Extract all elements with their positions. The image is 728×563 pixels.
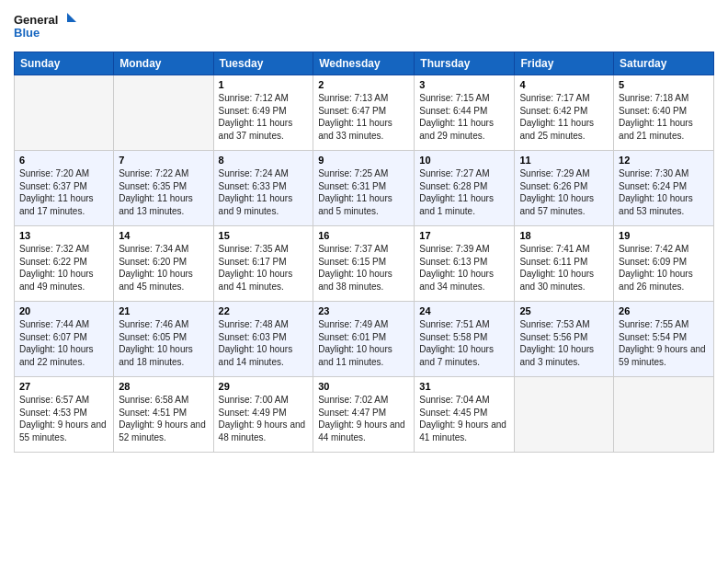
calendar-day-cell: 1Sunrise: 7:12 AMSunset: 6:49 PMDaylight… [213, 75, 313, 151]
calendar-day-cell: 10Sunrise: 7:27 AMSunset: 6:28 PMDayligh… [415, 151, 515, 226]
day-number: 24 [419, 305, 509, 316]
calendar-day-cell: 15Sunrise: 7:35 AMSunset: 6:17 PMDayligh… [213, 226, 313, 302]
logo-svg: General Blue [14, 9, 78, 44]
day-info: Sunrise: 7:02 AMSunset: 4:47 PMDaylight:… [318, 394, 409, 443]
day-number: 30 [318, 381, 409, 392]
day-number: 18 [519, 230, 609, 241]
calendar-day-cell [515, 377, 614, 453]
calendar-week-row: 1Sunrise: 7:12 AMSunset: 6:49 PMDaylight… [15, 75, 714, 151]
day-info: Sunrise: 7:49 AMSunset: 6:01 PMDaylight:… [318, 318, 409, 368]
calendar-day-cell: 11Sunrise: 7:29 AMSunset: 6:26 PMDayligh… [515, 151, 614, 226]
calendar-day-cell: 27Sunrise: 6:57 AMSunset: 4:53 PMDayligh… [15, 377, 114, 453]
day-info: Sunrise: 7:48 AMSunset: 6:03 PMDaylight:… [219, 318, 309, 368]
calendar-day-cell: 21Sunrise: 7:46 AMSunset: 6:05 PMDayligh… [114, 302, 213, 377]
day-info: Sunrise: 7:41 AMSunset: 6:11 PMDaylight:… [519, 243, 609, 293]
day-info: Sunrise: 7:04 AMSunset: 4:45 PMDaylight:… [419, 394, 509, 443]
calendar-day-cell: 19Sunrise: 7:42 AMSunset: 6:09 PMDayligh… [614, 226, 714, 302]
day-number: 21 [119, 305, 208, 316]
day-number: 12 [619, 155, 709, 166]
day-info: Sunrise: 7:13 AMSunset: 6:47 PMDaylight:… [318, 92, 409, 142]
calendar-week-row: 27Sunrise: 6:57 AMSunset: 4:53 PMDayligh… [15, 377, 714, 453]
day-number: 5 [619, 79, 709, 90]
day-number: 1 [219, 79, 309, 90]
day-info: Sunrise: 7:24 AMSunset: 6:33 PMDaylight:… [219, 167, 309, 217]
calendar-day-cell: 8Sunrise: 7:24 AMSunset: 6:33 PMDaylight… [213, 151, 313, 226]
day-number: 6 [19, 155, 108, 166]
calendar-day-cell: 23Sunrise: 7:49 AMSunset: 6:01 PMDayligh… [313, 302, 415, 377]
day-number: 31 [419, 381, 509, 392]
day-info: Sunrise: 6:58 AMSunset: 4:51 PMDaylight:… [119, 394, 208, 443]
calendar-day-cell: 4Sunrise: 7:17 AMSunset: 6:42 PMDaylight… [515, 75, 614, 151]
day-number: 14 [119, 230, 208, 241]
day-number: 11 [519, 155, 609, 166]
calendar-day-cell: 20Sunrise: 7:44 AMSunset: 6:07 PMDayligh… [15, 302, 114, 377]
calendar-day-cell: 22Sunrise: 7:48 AMSunset: 6:03 PMDayligh… [213, 302, 313, 377]
calendar-day-cell: 16Sunrise: 7:37 AMSunset: 6:15 PMDayligh… [313, 226, 415, 302]
day-info: Sunrise: 7:35 AMSunset: 6:17 PMDaylight:… [219, 243, 309, 293]
calendar-day-cell: 24Sunrise: 7:51 AMSunset: 5:58 PMDayligh… [415, 302, 515, 377]
day-number: 25 [519, 305, 609, 316]
day-info: Sunrise: 7:44 AMSunset: 6:07 PMDaylight:… [19, 318, 108, 368]
calendar-day-cell [15, 75, 114, 151]
day-number: 20 [19, 305, 108, 316]
calendar-day-cell: 17Sunrise: 7:39 AMSunset: 6:13 PMDayligh… [415, 226, 515, 302]
day-info: Sunrise: 7:22 AMSunset: 6:35 PMDaylight:… [119, 167, 208, 217]
calendar-day-cell: 2Sunrise: 7:13 AMSunset: 6:47 PMDaylight… [313, 75, 415, 151]
logo: General Blue [14, 9, 78, 44]
day-info: Sunrise: 7:32 AMSunset: 6:22 PMDaylight:… [19, 243, 108, 293]
day-number: 19 [619, 230, 709, 241]
weekday-header: Friday [515, 52, 614, 75]
calendar-day-cell [114, 75, 213, 151]
day-number: 3 [419, 79, 509, 90]
calendar-day-cell: 26Sunrise: 7:55 AMSunset: 5:54 PMDayligh… [614, 302, 714, 377]
day-number: 9 [318, 155, 409, 166]
calendar-day-cell: 9Sunrise: 7:25 AMSunset: 6:31 PMDaylight… [313, 151, 415, 226]
day-info: Sunrise: 7:46 AMSunset: 6:05 PMDaylight:… [119, 318, 208, 368]
weekday-header: Monday [114, 52, 213, 75]
day-info: Sunrise: 7:20 AMSunset: 6:37 PMDaylight:… [19, 167, 108, 217]
day-number: 26 [619, 305, 709, 316]
svg-text:Blue: Blue [14, 26, 40, 40]
day-number: 15 [219, 230, 309, 241]
day-number: 4 [519, 79, 609, 90]
calendar-day-cell: 29Sunrise: 7:00 AMSunset: 4:49 PMDayligh… [213, 377, 313, 453]
calendar-day-cell: 5Sunrise: 7:18 AMSunset: 6:40 PMDaylight… [614, 75, 714, 151]
calendar-day-cell: 18Sunrise: 7:41 AMSunset: 6:11 PMDayligh… [515, 226, 614, 302]
day-info: Sunrise: 7:15 AMSunset: 6:44 PMDaylight:… [419, 92, 509, 142]
weekday-header: Tuesday [213, 52, 313, 75]
svg-text:General: General [14, 13, 58, 27]
calendar-day-cell: 30Sunrise: 7:02 AMSunset: 4:47 PMDayligh… [313, 377, 415, 453]
day-number: 8 [219, 155, 309, 166]
calendar-week-row: 13Sunrise: 7:32 AMSunset: 6:22 PMDayligh… [15, 226, 714, 302]
day-number: 29 [219, 381, 309, 392]
day-number: 10 [419, 155, 509, 166]
day-info: Sunrise: 7:39 AMSunset: 6:13 PMDaylight:… [419, 243, 509, 293]
day-info: Sunrise: 6:57 AMSunset: 4:53 PMDaylight:… [19, 394, 108, 443]
day-info: Sunrise: 7:53 AMSunset: 5:56 PMDaylight:… [519, 318, 609, 368]
day-info: Sunrise: 7:55 AMSunset: 5:54 PMDaylight:… [619, 318, 709, 368]
day-info: Sunrise: 7:51 AMSunset: 5:58 PMDaylight:… [419, 318, 509, 368]
page: General Blue SundayMondayTuesdayWednesda… [0, 0, 728, 563]
day-number: 23 [318, 305, 409, 316]
day-info: Sunrise: 7:42 AMSunset: 6:09 PMDaylight:… [619, 243, 709, 293]
calendar-day-cell: 6Sunrise: 7:20 AMSunset: 6:37 PMDaylight… [15, 151, 114, 226]
svg-marker-2 [67, 13, 76, 22]
calendar-day-cell: 25Sunrise: 7:53 AMSunset: 5:56 PMDayligh… [515, 302, 614, 377]
day-number: 2 [318, 79, 409, 90]
weekday-header: Sunday [15, 52, 114, 75]
day-info: Sunrise: 7:18 AMSunset: 6:40 PMDaylight:… [619, 92, 709, 142]
day-number: 16 [318, 230, 409, 241]
calendar-week-row: 6Sunrise: 7:20 AMSunset: 6:37 PMDaylight… [15, 151, 714, 226]
day-info: Sunrise: 7:00 AMSunset: 4:49 PMDaylight:… [219, 394, 309, 443]
weekday-header: Saturday [614, 52, 714, 75]
calendar-body: 1Sunrise: 7:12 AMSunset: 6:49 PMDaylight… [15, 75, 714, 453]
calendar: SundayMondayTuesdayWednesdayThursdayFrid… [14, 52, 714, 453]
day-number: 28 [119, 381, 208, 392]
day-number: 27 [19, 381, 108, 392]
day-number: 13 [19, 230, 108, 241]
header: General Blue [14, 9, 714, 44]
day-info: Sunrise: 7:17 AMSunset: 6:42 PMDaylight:… [519, 92, 609, 142]
day-info: Sunrise: 7:29 AMSunset: 6:26 PMDaylight:… [519, 167, 609, 217]
day-info: Sunrise: 7:34 AMSunset: 6:20 PMDaylight:… [119, 243, 208, 293]
weekday-header: Thursday [415, 52, 515, 75]
